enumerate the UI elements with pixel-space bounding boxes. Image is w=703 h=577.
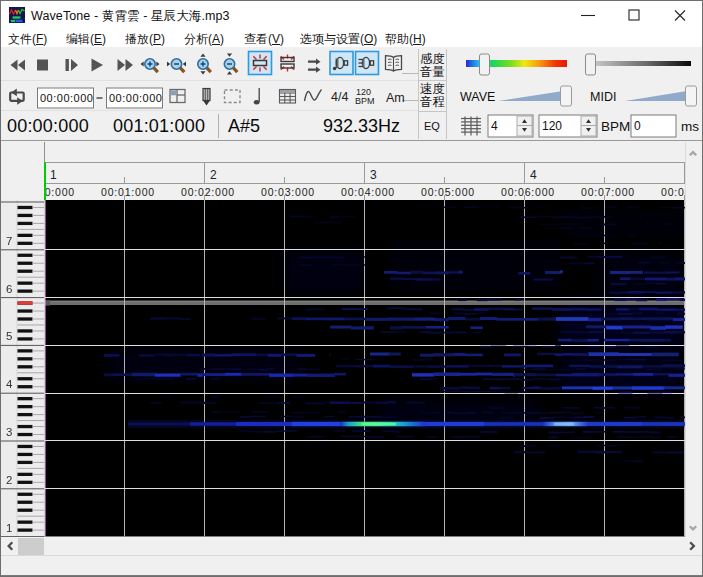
svg-text:A#5: A#5	[228, 116, 260, 136]
svg-text:00:07:000: 00:07:000	[581, 186, 635, 198]
svg-text:ms: ms	[681, 119, 699, 134]
svg-text:0: 0	[634, 119, 641, 133]
svg-text:BPM: BPM	[355, 96, 375, 106]
svg-text:速度: 速度	[420, 82, 445, 96]
svg-text:1: 1	[50, 168, 57, 182]
svg-text:00:03:000: 00:03:000	[261, 186, 315, 198]
svg-text:4: 4	[6, 378, 13, 390]
svg-text:00:00:000: 00:00:000	[7, 116, 89, 136]
svg-text:MIDI: MIDI	[590, 90, 616, 104]
svg-text:7: 7	[6, 235, 12, 247]
svg-text:001:01:000: 001:01:000	[113, 116, 205, 136]
svg-text:2: 2	[6, 474, 12, 486]
svg-text:00:04:000: 00:04:000	[341, 186, 395, 198]
svg-text:音量: 音量	[420, 65, 445, 79]
svg-text:EQ: EQ	[424, 120, 440, 132]
svg-text:音程: 音程	[420, 95, 445, 109]
svg-text:00:00:000: 00:00:000	[109, 92, 162, 104]
svg-text:WAVE: WAVE	[460, 90, 495, 104]
svg-text:3: 3	[370, 168, 377, 182]
svg-text:00:05:000: 00:05:000	[421, 186, 475, 198]
svg-text:1: 1	[6, 522, 12, 534]
svg-text:120: 120	[542, 119, 562, 133]
svg-text:2: 2	[210, 168, 217, 182]
svg-text:6: 6	[6, 283, 12, 295]
svg-text:BPM: BPM	[601, 119, 630, 134]
svg-text:3: 3	[6, 426, 12, 438]
svg-text:00:00:000: 00:00:000	[40, 92, 93, 104]
svg-text:00:01:000: 00:01:000	[101, 186, 155, 198]
svg-text:Am: Am	[386, 91, 405, 105]
svg-text:4/4: 4/4	[331, 90, 348, 104]
svg-text:4: 4	[530, 168, 537, 182]
svg-text:4: 4	[491, 119, 498, 133]
svg-text:感度: 感度	[420, 52, 445, 66]
svg-text:932.33Hz: 932.33Hz	[323, 116, 400, 136]
svg-text:00:06:000: 00:06:000	[501, 186, 555, 198]
svg-text:00:02:000: 00:02:000	[181, 186, 235, 198]
svg-text:5: 5	[6, 330, 12, 342]
